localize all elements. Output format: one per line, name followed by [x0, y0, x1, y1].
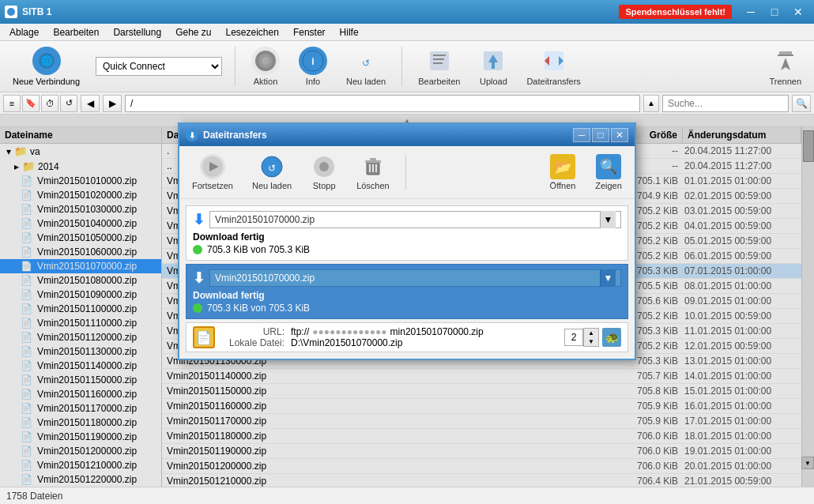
right-list-item[interactable]: Vmin201501140000.zip 705.7 KiB 14.01.201…	[162, 369, 801, 384]
root-expand-icon: ▾	[6, 146, 11, 157]
tree-file-item[interactable]: 📄Vmin201501150000.zip	[0, 373, 161, 387]
search-input[interactable]	[662, 95, 789, 112]
tree-file-item[interactable]: 📄Vmin201501140000.zip	[0, 359, 161, 373]
scroll-down-button[interactable]: ▼	[801, 457, 814, 469]
right-list-item[interactable]: Vmin201501150000.zip 705.8 KiB 15.01.201…	[162, 384, 801, 399]
reload-button[interactable]: ↺ Neu laden	[340, 43, 392, 89]
dialog-toolbar: Fortsetzen ↺ Neu laden Stopp	[179, 146, 635, 199]
url-action-button[interactable]: 🐢	[602, 328, 621, 347]
menu-fenster[interactable]: Fenster	[287, 25, 332, 39]
donate-button[interactable]: Spendenschlüssel fehlt!	[619, 5, 732, 19]
transfer-row-1-top: ⬇ Vmin201501070000.zip ▼	[193, 211, 621, 228]
dialog-maximize-button[interactable]: □	[592, 128, 609, 142]
delete-button[interactable]: Löschen	[350, 151, 396, 194]
menu-darstellung[interactable]: Darstellung	[107, 25, 168, 39]
menu-ablage[interactable]: Ablage	[3, 25, 45, 39]
tree-file-item[interactable]: 📄Vmin201501130000.zip	[0, 344, 161, 359]
menu-lesezeichen[interactable]: Lesezeichen	[220, 25, 285, 39]
tree-file-item[interactable]: 📄Vmin201501210000.zip	[0, 458, 161, 472]
show-button[interactable]: 🔍 Zeigen	[589, 151, 628, 194]
right-list-item[interactable]: Vmin201501200000.zip 706.0 KiB 20.01.201…	[162, 459, 801, 474]
tree-file-item[interactable]: 📄Vmin201501010000.zip	[0, 174, 161, 188]
tree-item-2014[interactable]: ▸ 📁 2014	[0, 159, 161, 174]
zip-icon: 📄	[21, 204, 32, 215]
tree-file-item[interactable]: 📄Vmin201501090000.zip	[0, 288, 161, 302]
right-list-item[interactable]: Vmin201501180000.zip 706.0 KiB 18.01.201…	[162, 429, 801, 444]
nav-bookmark-icon[interactable]: 🔖	[22, 95, 40, 112]
tree-file-item[interactable]: 📄Vmin201501170000.zip	[0, 401, 161, 416]
tree-file-item[interactable]: 📄Vmin201501070000.zip	[0, 259, 161, 273]
tree-file-item[interactable]: 📄Vmin201501080000.zip	[0, 273, 161, 288]
url-line-1: URL: ftp:// ●●●●●●●●●●●●● min20150107000…	[221, 326, 558, 337]
spin-input[interactable]	[564, 329, 583, 346]
toolbar-separator-1	[235, 47, 236, 86]
nav-forward-button[interactable]: ▶	[103, 95, 122, 112]
right-list-item[interactable]: Vmin201501160000.zip 705.9 KiB 16.01.201…	[162, 399, 801, 414]
tree-file-item[interactable]: 📄Vmin201501060000.zip	[0, 245, 161, 259]
svg-marker-20	[781, 58, 790, 70]
file-transfers-label: Dateitransfers	[526, 77, 580, 86]
right-item-date: 03.01.2015 00:59:00	[678, 205, 797, 216]
search-button[interactable]: 🔍	[792, 95, 811, 112]
tree-file-item[interactable]: 📄Vmin201501020000.zip	[0, 188, 161, 202]
right-list-item[interactable]: Vmin201501210000.zip 706.4 KiB 21.01.201…	[162, 474, 801, 487]
tree-file-item[interactable]: 📄Vmin201501040000.zip	[0, 216, 161, 231]
tree-file-item[interactable]: 📄Vmin201501030000.zip	[0, 202, 161, 216]
upload-button[interactable]: Upload	[473, 43, 514, 89]
transfer-item-2[interactable]: ⬇ Vmin201501070000.zip ▼ Download fertig…	[186, 264, 628, 319]
info-button[interactable]: i Info	[292, 43, 334, 89]
transfer-status-1: Download fertig	[193, 231, 621, 243]
action-button[interactable]: Aktion	[245, 43, 286, 89]
right-item-date: 02.01.2015 00:59:00	[678, 190, 797, 201]
new-connection-button[interactable]: 🌐 Neue Verbindung	[6, 43, 86, 89]
menu-hilfe[interactable]: Hilfe	[334, 25, 365, 39]
right-item-date: 09.01.2015 01:00:00	[678, 295, 797, 307]
tree-file-item[interactable]: 📄Vmin201501200000.zip	[0, 444, 161, 458]
right-list-item[interactable]: Vmin201501190000.zip 706.0 KiB 19.01.201…	[162, 444, 801, 459]
nav-scroll-up[interactable]: ▲	[643, 95, 659, 112]
minimize-button[interactable]: ─	[740, 4, 762, 20]
tree-item-root[interactable]: ▾ 📁 va	[0, 144, 161, 159]
transfer-dropdown-1[interactable]: ▼	[600, 211, 616, 228]
transfer-dropdown-2[interactable]: ▼	[600, 269, 616, 287]
svg-point-5	[262, 57, 269, 65]
nav-list-icon[interactable]: ≡	[3, 95, 21, 112]
tree-file-item[interactable]: 📄Vmin201501100000.zip	[0, 302, 161, 316]
col-header-date[interactable]: Änderungsdatum	[683, 127, 801, 143]
close-button[interactable]: ✕	[787, 4, 809, 20]
continue-button[interactable]: Fortsetzen	[186, 151, 239, 194]
dialog-reload-button[interactable]: ↺ Neu laden	[246, 151, 298, 194]
tree-file-item[interactable]: 📄Vmin201501160000.zip	[0, 387, 161, 401]
right-list-item[interactable]: Vmin201501170000.zip 705.9 KiB 17.01.201…	[162, 414, 801, 429]
spin-down-button[interactable]: ▼	[584, 337, 598, 346]
maximize-button[interactable]: □	[763, 4, 786, 20]
quick-connect-select[interactable]: Quick Connect	[96, 57, 222, 76]
svg-rect-29	[370, 158, 376, 160]
file-transfers-button[interactable]: Dateitransfers	[520, 43, 586, 89]
edit-button[interactable]: Bearbeiten	[412, 43, 466, 89]
tree-file-item[interactable]: 📄Vmin201501110000.zip	[0, 316, 161, 330]
disconnect-button[interactable]: Trennen	[763, 43, 808, 89]
tree-file-item[interactable]: 📄Vmin201501220000.zip	[0, 472, 161, 487]
menu-gehe-zu[interactable]: Gehe zu	[169, 25, 217, 39]
tree-file-item[interactable]: 📄Vmin201501190000.zip	[0, 430, 161, 444]
nav-history-icon[interactable]: ⏱	[41, 95, 58, 112]
dialog-close-button[interactable]: ✕	[611, 128, 628, 142]
transfer-filename-1: Vmin201501070000.zip	[215, 214, 600, 225]
menu-bearbeiten[interactable]: Bearbeiten	[47, 25, 105, 39]
tree-file-item[interactable]: 📄Vmin201501120000.zip	[0, 330, 161, 344]
nav-refresh-icon[interactable]: ↺	[60, 95, 77, 112]
open-button[interactable]: 📂 Öffnen	[543, 151, 582, 194]
tree-file-item[interactable]: 📄Vmin201501180000.zip	[0, 416, 161, 430]
path-input[interactable]	[125, 95, 640, 112]
spin-up-button[interactable]: ▲	[584, 329, 598, 337]
tree-file-item[interactable]: 📄Vmin201501050000.zip	[0, 231, 161, 245]
dialog-minimize-button[interactable]: ─	[573, 128, 590, 142]
stop-button[interactable]: Stopp	[304, 151, 344, 194]
transfer-item-1[interactable]: ⬇ Vmin201501070000.zip ▼ Download fertig…	[186, 205, 628, 261]
dateitransfers-dialog[interactable]: ⬇ Dateitransfers ─ □ ✕ Fortsetzen	[178, 122, 636, 360]
dialog-reload-icon: ↺	[259, 154, 285, 179]
right-item-date: 01.01.2015 01:00:00	[678, 175, 797, 186]
scroll-thumb[interactable]	[803, 130, 814, 162]
nav-back-button[interactable]: ◀	[81, 95, 100, 112]
